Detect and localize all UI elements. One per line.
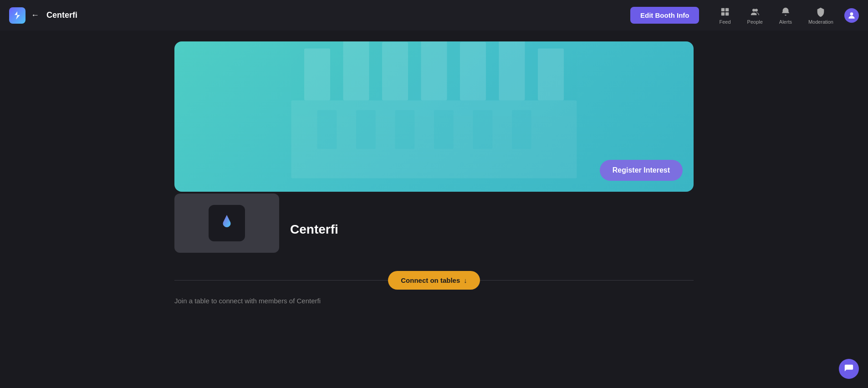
app-title: Centerfi: [46, 10, 77, 20]
svg-rect-7: [304, 48, 330, 100]
company-info-row: Centerfi: [174, 203, 694, 253]
header-right: Edit Booth Info Feed: [630, 3, 859, 28]
svg-rect-10: [421, 41, 447, 100]
svg-rect-0: [721, 8, 725, 11]
svg-rect-15: [317, 110, 337, 149]
app-logo: [9, 7, 26, 24]
back-button[interactable]: ←: [31, 10, 39, 20]
moderation-label: Moderation: [808, 19, 833, 25]
nav-items: Feed People: [712, 3, 841, 28]
company-name: Centerfi: [290, 222, 338, 237]
connect-tables-button[interactable]: Connect on tables ↓: [388, 271, 480, 290]
svg-rect-11: [460, 42, 486, 100]
people-icon: [750, 6, 761, 17]
register-interest-button[interactable]: Register Interest: [600, 160, 683, 181]
svg-point-4: [752, 9, 755, 11]
alerts-icon: [780, 6, 791, 17]
main-content: Register Interest Centerfi: [174, 41, 694, 305]
nav-item-feed[interactable]: Feed: [712, 3, 738, 28]
edit-booth-button[interactable]: Edit Booth Info: [630, 7, 699, 24]
company-logo: [209, 205, 245, 241]
moderation-icon: [815, 6, 826, 17]
nav-item-alerts[interactable]: Alerts: [772, 3, 799, 28]
connect-tagline: Join a table to connect with members of …: [174, 297, 694, 305]
svg-point-6: [850, 12, 853, 15]
alerts-label: Alerts: [779, 19, 792, 25]
svg-rect-1: [725, 8, 729, 11]
svg-rect-20: [512, 110, 531, 149]
svg-rect-13: [538, 48, 564, 100]
svg-rect-16: [356, 110, 376, 149]
app-header: ← Centerfi Edit Booth Info Feed: [0, 0, 868, 31]
people-label: People: [747, 19, 763, 25]
svg-rect-19: [473, 110, 493, 149]
feed-label: Feed: [719, 19, 730, 25]
feed-icon: [720, 6, 730, 17]
company-banner: Register Interest: [174, 41, 694, 192]
svg-rect-8: [343, 41, 369, 100]
company-name-block: Centerfi: [290, 219, 338, 237]
svg-rect-17: [395, 110, 415, 149]
chat-bubble-button[interactable]: [839, 359, 859, 379]
header-left: ← Centerfi: [9, 7, 77, 24]
svg-rect-18: [434, 110, 454, 149]
svg-rect-12: [499, 41, 525, 100]
company-logo-wrapper: [174, 194, 279, 253]
svg-rect-2: [721, 12, 725, 15]
svg-point-5: [755, 9, 757, 11]
svg-rect-3: [725, 12, 729, 15]
svg-rect-9: [382, 42, 408, 100]
connect-section: Connect on tables ↓: [174, 271, 694, 290]
nav-item-people[interactable]: People: [740, 3, 770, 28]
user-avatar[interactable]: [844, 8, 859, 23]
nav-item-moderation[interactable]: Moderation: [801, 3, 841, 28]
